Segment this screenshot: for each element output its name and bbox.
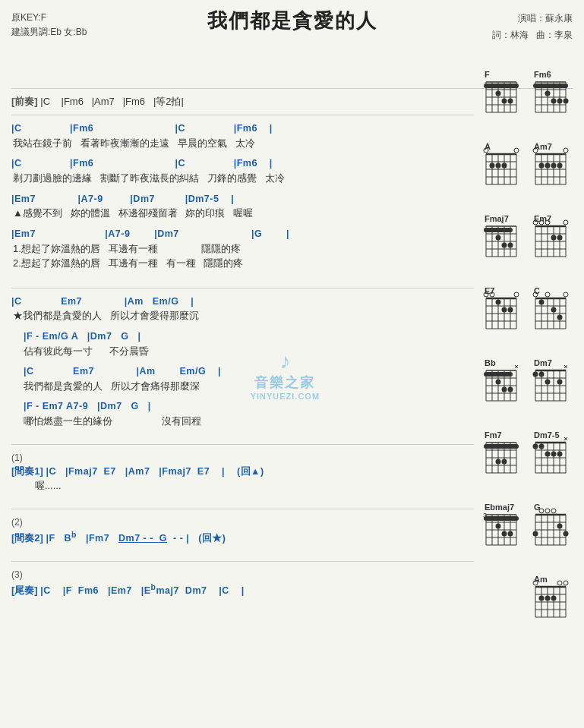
div2: [11, 288, 474, 288]
composer-name: 李泉: [554, 30, 573, 40]
interlude1-section: (1) [間奏1] |C |Fmaj7 E7 |Am7 |Fmaj7 E7 | …: [11, 452, 474, 493]
verse2-chords: |C |Fm6 |C |Fm6 |: [11, 156, 474, 171]
interlude2-label: [間奏2]: [11, 532, 43, 544]
credits-info: 詞：林海 曲：李泉: [492, 27, 573, 44]
lyricist-name: 林海: [510, 30, 529, 40]
div1: [11, 115, 474, 115]
key-info: 原KEY:F: [11, 11, 87, 25]
verse1: |C |Fm6 |C |Fm6 | 我站在鏡子前 看著昨夜漸漸的走遠 早晨的空氣…: [11, 121, 474, 150]
outro-chords: |C |F Fm6 |Em7 |Ebmaj7 Dm7 |C |: [40, 585, 244, 596]
interlude2-num: (2): [11, 517, 474, 528]
verse1-lyrics1: 我站在鏡子前 看著昨夜漸漸的走遠 早晨的空氣 太冷: [11, 136, 474, 151]
verse4-lyrics2: 2.想起了妳溫熱的唇 耳邊有一種 有一種 隱隱的疼: [11, 256, 474, 271]
interlude1-label: [間奏1]: [11, 465, 43, 477]
interlude2-section: (2) [間奏2] |F Bb |Fm7 Dm7 - - G - - | (回★…: [11, 517, 474, 546]
suggestion-info: 建議男調:Eb 女:Bb: [11, 25, 87, 39]
chorus3-chords: |C Em7 |Am Em/G |: [11, 364, 474, 379]
page: 我們都是貪愛的人 原KEY:F 建議男調:Eb 女:Bb 演唱：蘇永康 詞：林海…: [0, 0, 584, 728]
div3: [11, 444, 474, 445]
chorus2-chords: |F - Em/G A |Dm7 G |: [11, 329, 474, 344]
chorus1-lyrics: ★我們都是貪愛的人 所以才會愛得那麼沉: [11, 308, 474, 323]
chorus4-chords: |F - Em7 A7-9 |Dm7 G |: [11, 399, 474, 414]
interlude1-lyrics: 喔......: [11, 478, 474, 493]
chorus3: |C Em7 |Am Em/G | 我們都是貪愛的人 所以才會痛得那麼深: [11, 364, 474, 393]
intro-line: [前奏] |C |Fm6 |Am7 |Fm6 |等2拍|: [11, 95, 474, 109]
verse4: |Em7 |A7-9 |Dm7 |G | 1.想起了妳溫熱的唇 耳邊有一種 隱隱…: [11, 227, 474, 271]
singer-info: 演唱：蘇永康: [492, 11, 573, 27]
interlude2-chords: |F Bb |Fm7 Dm7 - - G - - | (回★): [46, 533, 226, 544]
div4: [11, 509, 474, 509]
intro-section: [前奏] |C |Fm6 |Am7 |Fm6 |等2拍|: [11, 95, 474, 109]
singer-name: 蘇永康: [545, 13, 573, 24]
outro-section: (3) [尾奏] |C |F Fm6 |Em7 |Ebmaj7 Dm7 |C |: [11, 569, 474, 598]
div5: [11, 561, 474, 562]
intro-bracket: [前奏]: [11, 96, 38, 107]
chorus1: |C Em7 |Am Em/G | ★我們都是貪愛的人 所以才會愛得那麼沉: [11, 295, 474, 323]
interlude1-chords: |C |Fmaj7 E7 |Am7 |Fmaj7 E7 | (回▲): [46, 466, 264, 477]
chord-canvas: [483, 68, 578, 721]
chorus2: |F - Em/G A |Dm7 G | 佔有彼此每一寸 不分晨昏: [11, 329, 474, 358]
chorus4-lyrics: 哪怕燃盡一生的緣份 沒有回程: [11, 414, 474, 429]
lyricist-label: 詞：: [492, 30, 510, 40]
verse2: |C |Fm6 |C |Fm6 | 剃刀劃過臉的邊緣 割斷了昨夜滋長的糾結 刀鋒…: [11, 156, 474, 185]
interlude1-num: (1): [11, 452, 474, 463]
verse3: |Em7 |A7-9 |Dm7 |Dm7-5 | ▲感覺不到 妳的體溫 杯邊卻殘…: [11, 192, 474, 221]
verse2-lyrics: 剃刀劃過臉的邊緣 割斷了昨夜滋長的糾結 刀鋒的感覺 太冷: [11, 171, 474, 186]
chorus3-lyrics: 我們都是貪愛的人 所以才會痛得那麼深: [11, 379, 474, 394]
verse4-lyrics1: 1.想起了妳溫熱的唇 耳邊有一種 隱隱的疼: [11, 241, 474, 257]
meta-left: 原KEY:F 建議男調:Eb 女:Bb: [11, 11, 87, 39]
page-title: 我們都是貪愛的人: [11, 8, 573, 34]
verse1-chords1: |C |Fm6 |C |Fm6 |: [11, 121, 474, 136]
chorus1-chords: |C Em7 |Am Em/G |: [11, 295, 474, 309]
intro-chords: |C |Fm6 |Am7 |Fm6 |等2拍|: [40, 96, 184, 107]
outro-num: (3): [11, 569, 474, 580]
main-content: [前奏] |C |Fm6 |Am7 |Fm6 |等2拍| |C |Fm6 |C …: [11, 95, 474, 598]
chorus4: |F - Em7 A7-9 |Dm7 G | 哪怕燃盡一生的緣份 沒有回程: [11, 399, 474, 428]
chord-diagrams: [483, 68, 578, 723]
verse3-lyrics: ▲感覺不到 妳的體溫 杯邊卻殘留著 妳的印痕 喔喔: [11, 206, 474, 221]
chorus2-lyrics: 佔有彼此每一寸 不分晨昏: [11, 344, 474, 359]
verse3-chords: |Em7 |A7-9 |Dm7 |Dm7-5 |: [11, 192, 474, 206]
meta-right: 演唱：蘇永康 詞：林海 曲：李泉: [492, 11, 573, 43]
composer-label: 曲：: [536, 30, 554, 40]
verse4-chords: |Em7 |A7-9 |Dm7 |G |: [11, 227, 474, 241]
outro-label: [尾奏]: [11, 585, 38, 596]
singer-label: 演唱：: [518, 13, 545, 24]
